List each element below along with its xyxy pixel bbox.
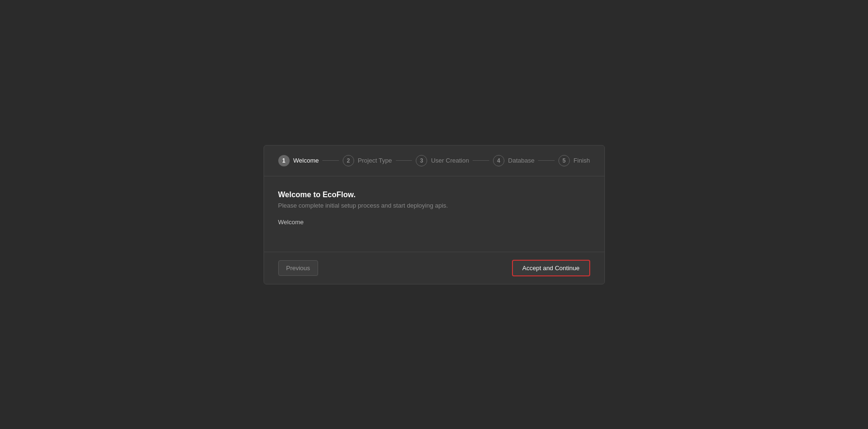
step-5: 5 Finish: [558, 155, 590, 166]
step-1: 1 Welcome: [278, 155, 319, 166]
step-4-circle: 4: [493, 155, 504, 166]
step-4-label: Database: [508, 157, 535, 164]
setup-dialog: 1 Welcome 2 Project Type 3 User Creation…: [264, 145, 605, 284]
stepper: 1 Welcome 2 Project Type 3 User Creation…: [264, 146, 604, 176]
step-1-circle: 1: [278, 155, 290, 166]
connector-2-3: [396, 160, 412, 161]
connector-4-5: [538, 160, 554, 161]
step-5-label: Finish: [574, 157, 590, 164]
welcome-subtitle: Please complete initial setup process an…: [278, 202, 590, 209]
step-5-circle: 5: [558, 155, 570, 166]
accept-continue-button[interactable]: Accept and Continue: [512, 260, 590, 276]
step-4: 4 Database: [493, 155, 535, 166]
dialog-footer: Previous Accept and Continue: [264, 252, 604, 284]
previous-button[interactable]: Previous: [278, 260, 319, 276]
step-1-label: Welcome: [293, 157, 319, 164]
connector-1-2: [322, 160, 338, 161]
step-2: 2 Project Type: [343, 155, 392, 166]
content-area: Welcome to EcoFlow. Please complete init…: [264, 176, 604, 252]
welcome-title: Welcome to EcoFlow.: [278, 191, 590, 199]
step-3: 3 User Creation: [416, 155, 469, 166]
connector-3-4: [473, 160, 489, 161]
welcome-body-text: Welcome: [278, 219, 590, 226]
step-3-circle: 3: [416, 155, 427, 166]
step-2-circle: 2: [343, 155, 354, 166]
step-2-label: Project Type: [358, 157, 392, 164]
step-3-label: User Creation: [431, 157, 469, 164]
